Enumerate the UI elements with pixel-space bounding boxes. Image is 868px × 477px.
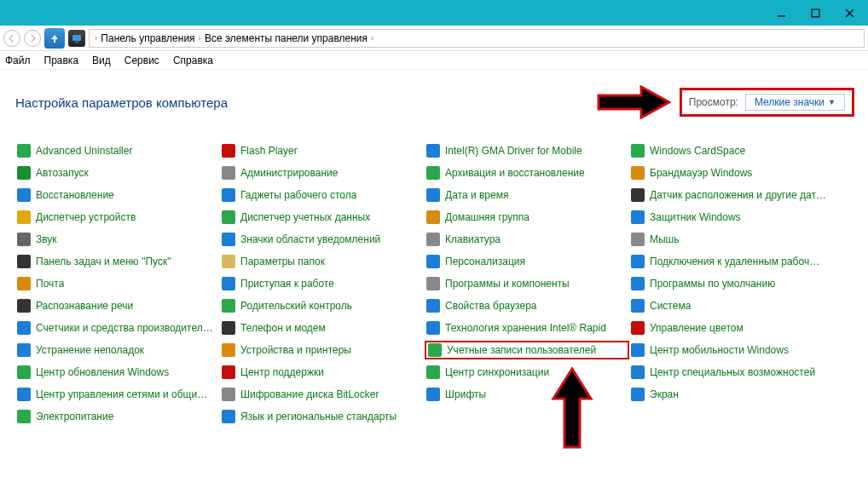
- control-panel-item[interactable]: Центр специальных возможностей: [629, 363, 834, 382]
- item-label: Учетные записи пользователей: [447, 344, 596, 356]
- control-panel-item[interactable]: Персонализация: [425, 252, 629, 271]
- control-panel-item[interactable]: Advanced Uninstaller: [15, 141, 220, 160]
- control-panel-item[interactable]: Flash Player: [220, 141, 425, 160]
- control-panel-item[interactable]: Распознавание речи: [15, 296, 220, 315]
- item-icon: [222, 299, 235, 313]
- control-panel-item[interactable]: Windows CardSpace: [629, 141, 834, 160]
- control-panel-item[interactable]: Значки области уведомлений: [220, 230, 425, 249]
- control-panel-item[interactable]: Диспетчер устройств: [15, 208, 220, 227]
- control-panel-item[interactable]: Технология хранения Intel® Rapid: [425, 319, 629, 337]
- control-panel-item[interactable]: Мышь: [629, 230, 834, 249]
- breadcrumb-segment[interactable]: Все элементы панели управления: [205, 32, 367, 44]
- item-label: Технология хранения Intel® Rapid: [445, 322, 606, 334]
- control-panel-item[interactable]: Защитник Windows: [629, 208, 834, 227]
- item-label: Датчик расположения и другие дат…: [650, 189, 826, 201]
- control-panel-item[interactable]: Шифрование диска BitLocker: [220, 385, 425, 404]
- item-icon: [631, 388, 645, 401]
- breadcrumb[interactable]: › Панель управления › Все элементы панел…: [89, 29, 865, 48]
- maximize-button[interactable]: [798, 2, 832, 24]
- control-panel-item[interactable]: Родительский контроль: [220, 296, 425, 315]
- item-icon: [17, 410, 31, 423]
- control-panel-item[interactable]: Устранение неполадок: [15, 341, 220, 359]
- back-button[interactable]: [3, 30, 20, 47]
- menu-edit[interactable]: Правка: [44, 55, 79, 66]
- close-button[interactable]: [832, 2, 866, 24]
- control-panel-item[interactable]: Телефон и модем: [220, 319, 425, 337]
- minimize-button[interactable]: [764, 2, 798, 24]
- item-icon: [222, 255, 235, 268]
- item-icon: [222, 277, 235, 290]
- control-panel-item[interactable]: Подключения к удаленным рабоч…: [629, 252, 834, 271]
- control-panel-item[interactable]: Звук: [15, 230, 220, 249]
- item-label: Восстановление: [36, 189, 114, 201]
- control-panel-item[interactable]: Язык и региональные стандарты: [220, 407, 425, 426]
- forward-button[interactable]: [24, 30, 41, 47]
- item-label: Электропитание: [36, 411, 113, 422]
- control-panel-item[interactable]: Шрифты: [425, 385, 629, 404]
- control-panel-item[interactable]: Свойства браузера: [425, 296, 629, 315]
- item-label: Flash Player: [240, 145, 298, 157]
- control-panel-item[interactable]: Приступая к работе: [220, 274, 425, 293]
- control-panel-item[interactable]: Программы и компоненты: [425, 274, 629, 293]
- item-icon: [222, 210, 235, 224]
- item-icon: [17, 343, 31, 357]
- control-panel-item[interactable]: Центр синхронизации: [425, 363, 629, 382]
- item-label: Программы и компоненты: [445, 278, 570, 290]
- item-icon: [426, 299, 440, 313]
- control-panel-item[interactable]: Домашняя группа: [425, 208, 629, 227]
- up-button[interactable]: [44, 28, 65, 49]
- item-label: Центр синхронизации: [445, 366, 549, 378]
- menubar: Файл Правка Вид Сервис Справка: [0, 51, 868, 70]
- item-label: Центр мобильности Windows: [650, 344, 789, 356]
- control-panel-item[interactable]: Управление цветом: [629, 319, 834, 337]
- menu-view[interactable]: Вид: [92, 55, 111, 66]
- menu-help[interactable]: Справка: [173, 55, 213, 66]
- item-icon: [17, 255, 31, 268]
- control-panel-item[interactable]: Система: [629, 296, 834, 315]
- control-panel-item[interactable]: Экран: [629, 385, 834, 404]
- control-panel-item[interactable]: Автозапуск: [15, 164, 220, 182]
- item-icon: [631, 321, 645, 335]
- item-icon: [631, 166, 645, 180]
- control-panel-item[interactable]: Почта: [15, 274, 220, 293]
- control-panel-item[interactable]: Центр мобильности Windows: [629, 341, 834, 359]
- control-panel-item[interactable]: Центр управления сетями и общи…: [15, 385, 220, 404]
- header: Настройка параметров компьютера Просмотр…: [0, 70, 868, 135]
- view-mode-select[interactable]: Мелкие значки ▼: [745, 94, 845, 111]
- control-panel-item[interactable]: Датчик расположения и другие дат…: [629, 186, 834, 204]
- control-panel-item[interactable]: Брандмауэр Windows: [629, 164, 834, 182]
- item-icon: [631, 210, 645, 224]
- item-label: Подключения к удаленным рабоч…: [650, 256, 819, 267]
- control-panel-item[interactable]: Восстановление: [15, 186, 220, 204]
- item-label: Персонализация: [445, 256, 525, 267]
- menu-file[interactable]: Файл: [5, 55, 31, 66]
- menu-service[interactable]: Сервис: [124, 55, 159, 66]
- control-panel-item[interactable]: Программы по умолчанию: [629, 274, 834, 293]
- item-label: Счетчики и средства производител…: [36, 322, 213, 334]
- control-panel-item[interactable]: Администрирование: [220, 164, 425, 182]
- computer-icon[interactable]: [68, 30, 85, 47]
- item-label: Звук: [36, 233, 57, 245]
- control-panel-item[interactable]: Центр обновления Windows: [15, 363, 220, 382]
- breadcrumb-segment[interactable]: Панель управления: [101, 32, 194, 44]
- item-label: Клавиатура: [445, 233, 501, 245]
- control-panel-item[interactable]: Счетчики и средства производител…: [15, 319, 220, 337]
- item-label: Параметры папок: [240, 256, 325, 267]
- control-panel-item[interactable]: Intel(R) GMA Driver for Mobile: [425, 141, 629, 160]
- control-panel-item[interactable]: Устройства и принтеры: [220, 341, 425, 359]
- control-panel-item[interactable]: Центр поддержки: [220, 363, 425, 382]
- control-panel-item[interactable]: Архивация и восстановление: [425, 164, 629, 182]
- item-icon: [222, 343, 235, 357]
- control-panel-item[interactable]: Параметры папок: [220, 252, 425, 271]
- control-panel-item[interactable]: Дата и время: [425, 186, 629, 204]
- control-panel-item[interactable]: Гаджеты рабочего стола: [220, 186, 425, 204]
- item-label: Значки области уведомлений: [240, 233, 380, 245]
- control-panel-item[interactable]: Учетные записи пользователей: [425, 341, 629, 359]
- control-panel-item[interactable]: Электропитание: [15, 407, 220, 426]
- control-panel-item[interactable]: Панель задач и меню ''Пуск'': [15, 252, 220, 271]
- view-mode-value: Мелкие значки: [755, 96, 825, 108]
- control-panel-item[interactable]: Диспетчер учетных данных: [220, 208, 425, 227]
- item-icon: [631, 233, 645, 246]
- control-panel-item[interactable]: Клавиатура: [425, 230, 629, 249]
- item-icon: [631, 144, 645, 158]
